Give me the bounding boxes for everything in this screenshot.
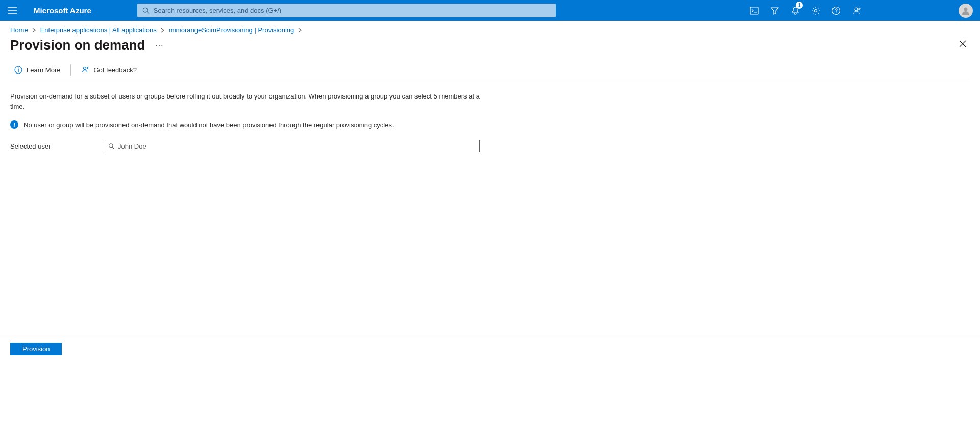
info-note-icon: i xyxy=(10,120,18,129)
menu-button[interactable] xyxy=(0,0,24,21)
notification-badge: 1 xyxy=(796,2,803,9)
cloud-shell-button[interactable] xyxy=(744,0,765,21)
page-toolbar: Learn More Got feedback? xyxy=(0,53,980,81)
got-feedback-label: Got feedback? xyxy=(93,66,137,74)
directory-filter-button[interactable] xyxy=(765,0,785,21)
avatar-icon xyxy=(961,6,971,16)
chevron-right-icon xyxy=(161,28,165,33)
got-feedback-link[interactable]: Got feedback? xyxy=(81,66,137,74)
info-note-row: i No user or group will be provisioned o… xyxy=(10,120,480,129)
gear-icon xyxy=(811,6,820,15)
account-avatar[interactable] xyxy=(959,4,973,18)
svg-point-5 xyxy=(855,8,858,11)
global-search-input[interactable] xyxy=(154,7,551,14)
svg-point-10 xyxy=(84,67,86,70)
svg-point-0 xyxy=(143,8,148,12)
close-button[interactable] xyxy=(955,37,970,53)
selected-user-field: Selected user xyxy=(10,140,480,152)
selected-user-input[interactable] xyxy=(118,142,476,150)
breadcrumb: Home Enterprise applications | All appli… xyxy=(0,21,980,34)
chevron-right-icon xyxy=(32,28,36,33)
notifications-button[interactable]: 1 xyxy=(785,0,805,21)
selected-user-input-wrap[interactable] xyxy=(105,140,480,152)
learn-more-link[interactable]: Learn More xyxy=(14,66,60,74)
feedback-person-icon xyxy=(81,66,89,74)
settings-button[interactable] xyxy=(805,0,826,21)
svg-line-12 xyxy=(112,147,114,149)
svg-line-1 xyxy=(147,12,149,14)
provision-button[interactable]: Provision xyxy=(10,343,62,355)
help-button[interactable] xyxy=(826,0,846,21)
svg-point-6 xyxy=(964,7,968,11)
more-actions-button[interactable]: ⋯ xyxy=(155,40,164,50)
hamburger-icon xyxy=(8,7,17,14)
info-icon xyxy=(14,66,22,74)
brand-label: Microsoft Azure xyxy=(34,6,91,15)
main-content: Provision on-demand for a subset of user… xyxy=(0,81,490,152)
svg-rect-2 xyxy=(750,7,758,14)
top-bar: Microsoft Azure 1 xyxy=(0,0,980,21)
feedback-button[interactable] xyxy=(846,0,867,21)
help-icon xyxy=(831,6,841,15)
feedback-icon xyxy=(852,6,861,15)
page-title: Provision on demand xyxy=(10,37,145,53)
search-icon xyxy=(142,7,150,14)
filter-icon xyxy=(770,6,779,15)
breadcrumb-enterprise-apps[interactable]: Enterprise applications | All applicatio… xyxy=(40,26,157,34)
svg-point-3 xyxy=(815,9,817,12)
search-icon xyxy=(108,143,115,150)
toolbar-separator xyxy=(70,64,71,76)
learn-more-label: Learn More xyxy=(27,66,60,74)
svg-point-11 xyxy=(109,143,113,147)
info-note-text: No user or group will be provisioned on-… xyxy=(23,121,394,129)
cloud-shell-icon xyxy=(750,6,759,15)
close-icon xyxy=(959,40,967,48)
top-icons: 1 xyxy=(744,0,980,21)
svg-point-9 xyxy=(18,68,19,69)
heading-row: Provision on demand ⋯ xyxy=(0,34,980,53)
selected-user-label: Selected user xyxy=(10,142,105,150)
description-text: Provision on-demand for a subset of user… xyxy=(10,91,480,111)
global-search[interactable] xyxy=(137,4,556,17)
breadcrumb-home[interactable]: Home xyxy=(10,26,28,34)
breadcrumb-app-provisioning[interactable]: miniorangeScimProvisioning | Provisionin… xyxy=(169,26,294,34)
page-footer: Provision xyxy=(0,335,980,362)
chevron-right-icon xyxy=(298,28,302,33)
